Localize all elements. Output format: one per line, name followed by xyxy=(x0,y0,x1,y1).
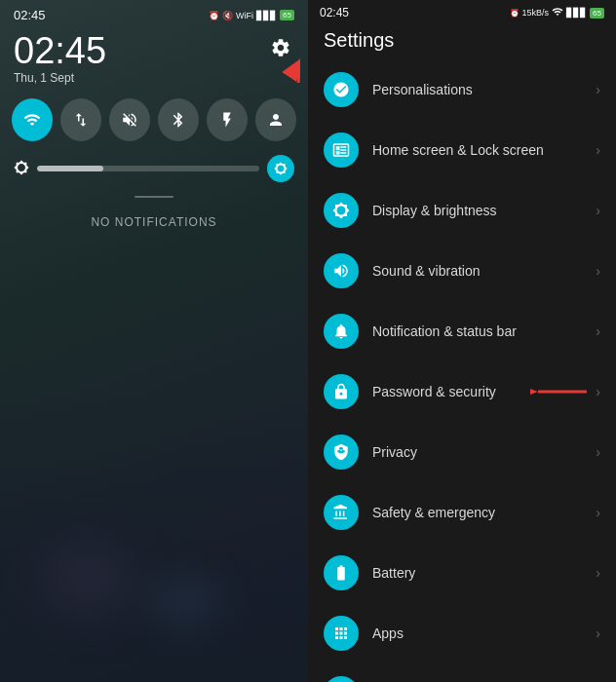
brightness-fill xyxy=(37,166,103,171)
user-toggle[interactable] xyxy=(255,98,296,141)
status-bar-right: 02:45 ⏰ 15kB/s ▊▊▊ 65 xyxy=(308,0,616,23)
wifi-icon-status: WiFi xyxy=(236,11,253,20)
notification-chevron: › xyxy=(596,323,600,339)
settings-item-password[interactable]: Password & security › xyxy=(308,361,616,422)
red-arrow-password xyxy=(530,377,589,406)
status-icons-left: ⏰ 🔇 WiFi ▊▊▊ 65 xyxy=(209,10,294,20)
no-notifications-label: NO NOTIFICATIONS xyxy=(0,202,308,243)
settings-item-battery[interactable]: Battery › xyxy=(308,543,616,603)
apps-icon xyxy=(324,616,359,651)
display-icon xyxy=(324,193,359,228)
settings-item-notification[interactable]: Notification & status bar › xyxy=(308,301,616,361)
status-time-left: 02:45 xyxy=(14,8,46,22)
notification-icon xyxy=(324,314,359,349)
alarm-icon: ⏰ xyxy=(209,11,219,20)
battery-icon-right: 65 xyxy=(590,8,604,19)
settings-item-safety[interactable]: Safety & emergency › xyxy=(308,482,616,543)
settings-item-sound[interactable]: Sound & vibration › xyxy=(308,241,616,301)
signal-icon: ▊▊▊ xyxy=(256,11,277,20)
apps-label: Apps xyxy=(372,625,596,641)
personalisations-chevron: › xyxy=(596,82,600,97)
status-icons-right: ⏰ 15kB/s ▊▊▊ 65 xyxy=(510,6,604,19)
battery-icon-wrap xyxy=(324,555,359,590)
wifi-icon-right xyxy=(552,6,563,19)
battery-chevron: › xyxy=(596,565,600,581)
safety-chevron: › xyxy=(596,505,600,520)
display-label: Display & brightness xyxy=(372,203,596,218)
privacy-chevron: › xyxy=(596,444,600,460)
home-screen-icon xyxy=(324,133,359,168)
settings-item-display[interactable]: Display & brightness › xyxy=(308,180,616,241)
brightness-low-icon xyxy=(14,160,29,178)
settings-gear-button[interactable] xyxy=(267,34,294,61)
brightness-row xyxy=(0,145,308,192)
signal-icon-right: 15kB/s xyxy=(522,8,550,18)
left-panel: 02:45 ⏰ 🔇 WiFi ▊▊▊ 65 02:45 Thu, 1 Sept xyxy=(0,0,308,682)
bluetooth-toggle[interactable] xyxy=(158,98,199,141)
home-screen-chevron: › xyxy=(596,142,600,158)
brightness-bar[interactable] xyxy=(37,166,259,171)
flashlight-toggle[interactable] xyxy=(207,98,248,141)
volume-icon: 🔇 xyxy=(222,11,233,20)
sound-icon xyxy=(324,253,359,288)
apps-chevron: › xyxy=(596,625,600,641)
notification-label: Notification & status bar xyxy=(372,323,596,339)
personalisations-label: Personalisations xyxy=(372,82,596,97)
safety-icon xyxy=(324,495,359,530)
settings-item-home-screen[interactable]: Home screen & Lock screen › xyxy=(308,120,616,180)
battery-label: Battery xyxy=(372,565,596,581)
settings-item-privacy[interactable]: Privacy › xyxy=(308,422,616,482)
brightness-high-icon[interactable] xyxy=(267,155,294,182)
privacy-icon xyxy=(324,435,359,470)
location-icon xyxy=(324,676,359,682)
bars-icon-right: ▊▊▊ xyxy=(566,8,587,18)
clock-display: 02:45 xyxy=(14,32,294,69)
privacy-label: Privacy xyxy=(372,444,596,460)
mute-toggle[interactable] xyxy=(109,98,150,141)
settings-item-apps[interactable]: Apps › xyxy=(308,603,616,663)
battery-icon-status: 65 xyxy=(280,10,294,20)
quick-toggles xyxy=(0,95,308,145)
data-toggle[interactable] xyxy=(60,98,101,141)
alarm-icon-right: ⏰ xyxy=(510,9,520,18)
sound-chevron: › xyxy=(596,263,600,279)
settings-item-location[interactable]: Location › xyxy=(308,663,616,682)
home-screen-label: Home screen & Lock screen xyxy=(372,142,596,158)
settings-item-personalisations[interactable]: Personalisations › xyxy=(308,59,616,120)
sound-label: Sound & vibration xyxy=(372,263,596,279)
safety-label: Safety & emergency xyxy=(372,505,596,520)
password-chevron: › xyxy=(596,384,600,399)
clock-date: Thu, 1 Sept xyxy=(14,71,294,85)
display-chevron: › xyxy=(596,203,600,218)
right-panel: 02:45 ⏰ 15kB/s ▊▊▊ 65 Settings Personali… xyxy=(308,0,616,682)
settings-list: Personalisations › Home screen & Lock sc… xyxy=(308,59,616,682)
status-bar-left: 02:45 ⏰ 🔇 WiFi ▊▊▊ 65 xyxy=(0,0,308,26)
password-icon xyxy=(324,374,359,409)
divider xyxy=(135,196,173,198)
personalisations-icon xyxy=(324,72,359,107)
settings-page-title: Settings xyxy=(308,23,616,59)
clock-area: 02:45 Thu, 1 Sept xyxy=(0,26,308,95)
wifi-toggle[interactable] xyxy=(12,98,53,141)
status-time-right: 02:45 xyxy=(320,6,349,19)
